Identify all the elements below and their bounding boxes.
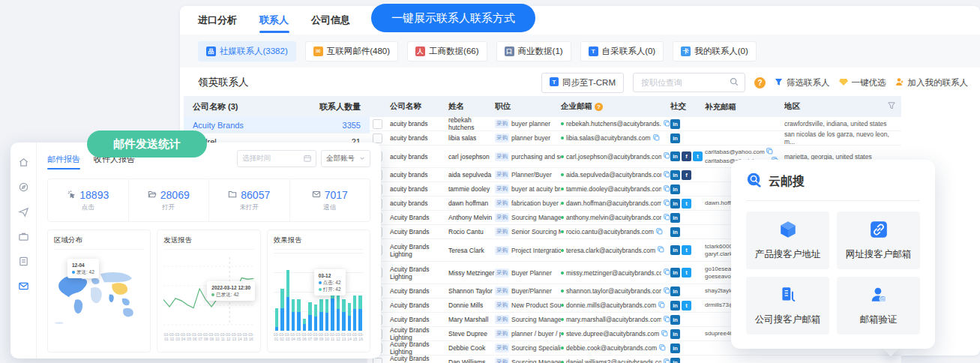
email-text: carl.josephson@acuitybrands.com	[566, 153, 661, 160]
linkedin-icon[interactable]: in	[670, 184, 680, 194]
briefcase-icon[interactable]	[17, 230, 29, 242]
copy-icon[interactable]	[664, 171, 670, 179]
bar-segment-open	[297, 299, 300, 312]
tab-联系人[interactable]: 联系人	[259, 6, 289, 34]
date-range-picker[interactable]: 选择时间	[237, 150, 316, 167]
linkedin-icon[interactable]: in	[670, 227, 680, 237]
cloud-card-company-docs[interactable]: 公司搜客户邮箱	[746, 277, 829, 334]
commercial-data-icon: 口	[505, 46, 514, 56]
twitter-icon[interactable]: t	[682, 301, 691, 310]
copy-icon[interactable]	[658, 246, 664, 254]
linkedin-icon[interactable]: in	[670, 358, 680, 363]
sync-tcrm-button[interactable]: T 同步至T-CRM	[541, 73, 624, 93]
position-search-input[interactable]	[640, 77, 730, 88]
row-checkbox[interactable]	[373, 134, 382, 143]
mail-icon[interactable]	[17, 280, 29, 292]
linkedin-icon[interactable]: in	[670, 245, 680, 255]
contact-row: acuity brandsrebekah hutchens采购buyer pla…	[367, 117, 901, 131]
linkedin-icon[interactable]: in	[670, 268, 680, 278]
purchase-tag: 采购	[495, 315, 509, 324]
tcrm-icon: T	[550, 77, 559, 88]
contact-socials: in	[670, 358, 705, 363]
account-select[interactable]: 全部账号	[321, 150, 370, 167]
copy-icon[interactable]	[664, 287, 670, 296]
linkedin-icon[interactable]: in	[670, 119, 680, 129]
copy-icon[interactable]	[664, 358, 670, 363]
stat-value: 7017	[312, 189, 348, 201]
company-row[interactable]: Acuity Brands3355	[184, 117, 370, 134]
contact-email: shannon.taylor@acuitybrands.com	[561, 287, 670, 296]
report-icon[interactable]	[17, 255, 29, 267]
linkedin-icon[interactable]: in	[670, 134, 680, 143]
copy-icon[interactable]	[664, 120, 670, 128]
send-icon[interactable]	[17, 206, 29, 218]
copy-icon[interactable]	[664, 268, 670, 277]
add-to-my-contacts-button[interactable]: 加入我的联系人	[895, 77, 969, 88]
bar-column	[308, 302, 311, 331]
linkedin-icon[interactable]: in	[670, 315, 680, 325]
copy-icon[interactable]	[766, 148, 773, 157]
cloud-card-link[interactable]: 网址搜客户邮箱	[837, 212, 920, 269]
source-chip[interactable]: T自采联系人(0)	[580, 41, 664, 62]
contact-company: Acuity Brands Lighting	[387, 355, 448, 363]
home-icon[interactable]	[17, 156, 29, 168]
folder-open-icon	[148, 189, 157, 201]
source-chip[interactable]: ✉互联网邮件(480)	[305, 41, 398, 62]
copy-icon[interactable]	[653, 134, 660, 142]
facebook-icon[interactable]: f	[682, 152, 691, 161]
source-chip[interactable]: 人工商数据(66)	[407, 41, 487, 62]
purchase-tag: 采购	[495, 227, 509, 236]
copy-icon[interactable]	[664, 185, 670, 194]
cloud-card-label: 网址搜客户邮箱	[846, 248, 912, 261]
cloud-card-cube[interactable]: 产品搜客户地址	[746, 212, 829, 269]
twitter-icon[interactable]: t	[682, 245, 691, 255]
line-x-axis: 03-0103-0203-0303-0403-0503-0603-0703-08…	[163, 332, 253, 346]
title-text: fabrication buyer an	[511, 200, 561, 207]
linkedin-icon[interactable]: in	[670, 286, 680, 296]
copy-icon[interactable]	[658, 302, 665, 310]
linkedin-icon[interactable]: in	[670, 199, 680, 208]
linkedin-icon[interactable]: in	[670, 170, 680, 180]
verified-dot	[561, 136, 564, 140]
tab-公司信息[interactable]: 公司信息	[311, 6, 350, 34]
row-checkbox[interactable]	[373, 119, 382, 129]
chip-label: 商业数据(1)	[518, 46, 563, 57]
copy-icon[interactable]	[664, 316, 670, 324]
source-chip[interactable]: 品社媒联系人(3382)	[198, 41, 296, 62]
folder-icon	[228, 189, 237, 201]
one-click-optimize-button[interactable]: 一键优选	[839, 77, 886, 88]
linkedin-icon[interactable]: in	[670, 152, 680, 161]
linkedin-icon[interactable]: in	[670, 213, 680, 223]
source-chip[interactable]: 卡我的联系人(0)	[673, 41, 757, 62]
facebook-icon[interactable]: f	[682, 170, 691, 180]
compass-icon[interactable]	[17, 181, 29, 193]
copy-icon[interactable]	[664, 200, 670, 208]
twitter-icon[interactable]: t	[693, 152, 703, 161]
twitter-icon[interactable]: t	[682, 199, 691, 208]
linkedin-icon[interactable]: in	[670, 344, 680, 353]
tab-进口分析[interactable]: 进口分析	[198, 6, 237, 34]
email-help-icon[interactable]: ?	[595, 103, 603, 111]
copy-icon[interactable]	[661, 330, 668, 338]
linkedin-icon[interactable]: in	[670, 329, 680, 339]
copy-icon[interactable]	[659, 344, 666, 352]
filter-contacts-button[interactable]: 筛选联系人	[775, 77, 830, 88]
contact-company: Acuity Brands	[387, 228, 448, 236]
position-search-box[interactable]	[633, 73, 745, 92]
mail-panel-tab[interactable]: 邮件报告	[47, 154, 80, 165]
cloud-card-email-verify[interactable]: @邮箱验证	[837, 277, 920, 334]
search-icon[interactable]	[730, 76, 739, 89]
contact-name: Missy Metzinger	[448, 269, 495, 277]
copy-icon[interactable]	[664, 214, 670, 222]
linkedin-icon[interactable]: in	[670, 301, 680, 310]
verified-dot	[561, 249, 564, 252]
email-text: libia.salas@acuitybrands.com	[566, 134, 651, 142]
help-icon[interactable]: ?	[754, 77, 766, 88]
extra-email-text: go10eseav	[705, 266, 734, 273]
source-chip[interactable]: 口商业数据(1)	[496, 41, 571, 62]
region-filter-icon[interactable]	[888, 102, 895, 111]
twitter-icon[interactable]: t	[682, 268, 691, 278]
copy-icon[interactable]	[656, 228, 663, 236]
contact-name: aida sepulveda	[448, 171, 495, 178]
copy-icon[interactable]	[664, 152, 670, 160]
